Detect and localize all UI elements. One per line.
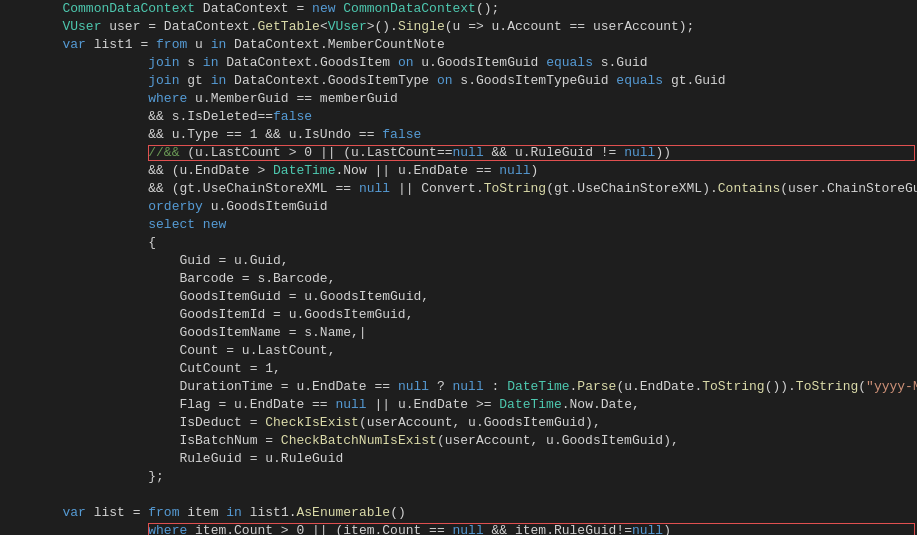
code-token: on [398, 55, 414, 70]
code-token: (u => u.Account == userAccount); [445, 19, 695, 34]
code-line: GoodsItemId = u.GoodsItemGuid, [0, 306, 917, 324]
code-token: || Convert. [390, 181, 484, 196]
code-token: (u.EndDate. [616, 379, 702, 394]
code-token: CommonDataContext [343, 1, 476, 16]
code-token: DateTime [273, 163, 335, 178]
code-token: ? [429, 379, 452, 394]
code-token: from [156, 37, 187, 52]
code-line: Flag = u.EndDate == null || u.EndDate >=… [0, 396, 917, 414]
code-line: && u.Type == 1 && u.IsUndo == false [0, 126, 917, 144]
code-token [0, 523, 148, 535]
code-token: false [273, 109, 312, 124]
code-line: DurationTime = u.EndDate == null ? null … [0, 378, 917, 396]
code-token: null [453, 523, 484, 535]
code-token: //&& [148, 145, 179, 160]
code-token [0, 91, 148, 106]
code-token: gt [179, 73, 210, 88]
code-token: var [62, 505, 85, 520]
code-token: GoodsItemGuid = u.GoodsItemGuid, [0, 289, 429, 304]
code-token: CheckIsExist [265, 415, 359, 430]
code-token: new [203, 217, 226, 232]
code-token: (userAccount, u.GoodsItemGuid), [359, 415, 601, 430]
code-token [0, 1, 62, 16]
code-token [195, 217, 203, 232]
code-token [0, 199, 148, 214]
code-token: null [398, 379, 429, 394]
code-token: { [0, 235, 156, 250]
code-token: null [335, 397, 366, 412]
code-token: && s.IsDeleted== [148, 109, 273, 124]
code-token: select [148, 217, 195, 232]
code-token: && (u.EndDate > [148, 163, 273, 178]
code-token: Count = u.LastCount, [0, 343, 335, 358]
code-token: in [203, 55, 219, 70]
code-token: null [624, 145, 655, 160]
code-line: var list1 = from u in DataContext.Member… [0, 36, 917, 54]
code-token: equals [546, 55, 593, 70]
code-token: u [187, 37, 210, 52]
code-token: null [632, 523, 663, 535]
code-token [0, 55, 148, 70]
code-token [0, 127, 148, 142]
code-token: >(). [367, 19, 398, 34]
code-line [0, 486, 917, 504]
code-token: Parse [577, 379, 616, 394]
code-token: orderby [148, 199, 203, 214]
code-line: where item.Count > 0 || (item.Count == n… [0, 522, 917, 535]
code-line: Guid = u.Guid, [0, 252, 917, 270]
code-token: CheckBatchNumIsExist [281, 433, 437, 448]
code-token: in [211, 73, 227, 88]
code-token: DateTime [499, 397, 561, 412]
code-token [0, 19, 62, 34]
code-token: DataContext.MemberCountNote [226, 37, 444, 52]
code-line: select new [0, 216, 917, 234]
code-token: ToString [484, 181, 546, 196]
code-token: where [148, 523, 187, 535]
code-token [0, 181, 148, 196]
code-token: (u.LastCount > 0 || (u.LastCount== [179, 145, 452, 160]
code-token: .Now.Date, [562, 397, 640, 412]
code-line: var list = from item in list1.AsEnumerab… [0, 504, 917, 522]
code-line: { [0, 234, 917, 252]
code-token: u.MemberGuid == memberGuid [187, 91, 398, 106]
code-token [0, 505, 62, 520]
code-token: RuleGuid = u.RuleGuid [0, 451, 343, 466]
code-token: Barcode = s.Barcode, [0, 271, 335, 286]
code-token: ( [858, 379, 866, 394]
code-token: on [437, 73, 453, 88]
code-token: item.Count > 0 || (item.Count == [187, 523, 452, 535]
code-token: "yyyy-MM-dd" [866, 379, 917, 394]
code-token: list1. [242, 505, 297, 520]
code-token: null [453, 379, 484, 394]
code-token: DataContext = [195, 1, 312, 16]
code-token [0, 37, 62, 52]
code-token: gt.Guid [663, 73, 725, 88]
code-line: GoodsItemGuid = u.GoodsItemGuid, [0, 288, 917, 306]
code-line: join gt in DataContext.GoodsItemType on … [0, 72, 917, 90]
code-token: DateTime [507, 379, 569, 394]
code-line: && (u.EndDate > DateTime.Now || u.EndDat… [0, 162, 917, 180]
code-token: list = [86, 505, 148, 520]
code-token: AsEnumerable [297, 505, 391, 520]
code-token: CommonDataContext [62, 1, 195, 16]
code-token: VUser [62, 19, 101, 34]
code-line: && (gt.UseChainStoreXML == null || Conve… [0, 180, 917, 198]
code-token: null [453, 145, 484, 160]
code-editor: CommonDataContext DataContext = new Comm… [0, 0, 917, 535]
code-token: IsDeduct = [0, 415, 265, 430]
code-token: && u.Type == 1 && u.IsUndo == [148, 127, 382, 142]
code-line: Count = u.LastCount, [0, 342, 917, 360]
code-token: GoodsItemName = s.Name,| [0, 325, 367, 340]
code-token: var [62, 37, 85, 52]
code-token: false [382, 127, 421, 142]
code-line: join s in DataContext.GoodsItem on u.Goo… [0, 54, 917, 72]
code-token: s.GoodsItemTypeGuid [453, 73, 617, 88]
code-line: CommonDataContext DataContext = new Comm… [0, 0, 917, 18]
code-token: (userAccount, u.GoodsItemGuid), [437, 433, 679, 448]
code-line: IsBatchNum = CheckBatchNumIsExist(userAc… [0, 432, 917, 450]
code-token: null [359, 181, 390, 196]
code-token: (user.ChainStoreGuid. [780, 181, 917, 196]
code-token: Flag = u.EndDate == [0, 397, 335, 412]
code-token: IsBatchNum = [0, 433, 281, 448]
code-line: where u.MemberGuid == memberGuid [0, 90, 917, 108]
